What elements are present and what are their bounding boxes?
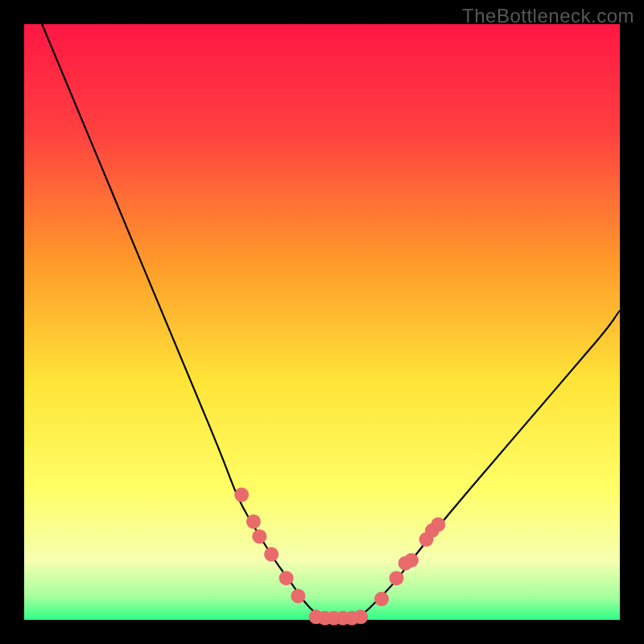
bottleneck-chart <box>0 0 644 644</box>
plot-background <box>24 24 620 620</box>
data-marker <box>404 553 419 568</box>
data-marker <box>390 571 404 585</box>
chart-frame: TheBottleneck.com <box>0 0 644 644</box>
data-marker <box>234 488 249 502</box>
data-marker <box>374 592 389 606</box>
data-marker <box>279 571 294 585</box>
data-marker <box>431 518 445 532</box>
data-marker <box>291 588 305 603</box>
data-marker <box>264 547 279 562</box>
data-marker <box>246 514 261 529</box>
data-marker <box>353 609 368 624</box>
data-marker <box>252 529 266 543</box>
watermark-text: TheBottleneck.com <box>462 5 634 27</box>
